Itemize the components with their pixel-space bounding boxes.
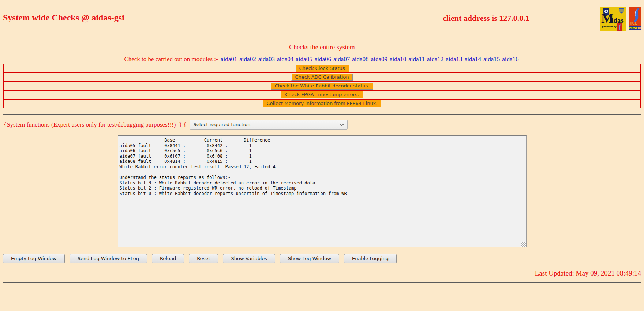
midas-logo: M idas powered by bbox=[600, 7, 626, 31]
midas-powered-by: powered by bbox=[602, 25, 617, 28]
module-link-aida06[interactable]: aida06 bbox=[315, 56, 331, 63]
toolbar: Empty Log WindowSend Log Window to ELogR… bbox=[3, 254, 641, 263]
checks-heading: Checks the entire system bbox=[3, 44, 641, 51]
module-link-aida10[interactable]: aida10 bbox=[390, 56, 406, 63]
module-link-aida08[interactable]: aida08 bbox=[352, 56, 368, 63]
module-link-aida13[interactable]: aida13 bbox=[446, 56, 462, 63]
check-button-2[interactable]: Check the White Rabbit decoder status. bbox=[271, 82, 374, 90]
logos: M idas powered by TCL POWERED bbox=[600, 7, 641, 31]
section-divider bbox=[3, 114, 641, 115]
tcl-powered-text: POWERED bbox=[629, 27, 641, 30]
function-select[interactable]: Select required function bbox=[190, 120, 348, 130]
check-buttons-table: Check Clock StatusCheck ADC CalibrationC… bbox=[3, 64, 641, 108]
footer-divider bbox=[3, 282, 641, 283]
module-link-aida15[interactable]: aida15 bbox=[483, 56, 500, 63]
check-row-1: Check ADC Calibration bbox=[4, 73, 640, 82]
check-button-4[interactable]: Collect Memory information from FEE64 Li… bbox=[263, 100, 382, 107]
midas-logo-idas: idas bbox=[611, 16, 624, 24]
check-button-1[interactable]: Check ADC Calibration bbox=[291, 74, 353, 81]
module-link-aida07[interactable]: aida07 bbox=[333, 56, 350, 63]
last-updated: Last Updated: May 09, 2021 08:49:14 bbox=[3, 269, 641, 277]
system-functions-row: {System functions (Expert users only for… bbox=[3, 120, 641, 130]
module-link-aida01[interactable]: aida01 bbox=[221, 56, 237, 63]
modules-label: Check to be carried out on modules :- bbox=[124, 56, 218, 63]
header-divider bbox=[3, 37, 641, 37]
toolbar-button-reset[interactable]: Reset bbox=[189, 254, 218, 263]
check-row-4: Collect Memory information from FEE64 Li… bbox=[4, 100, 640, 108]
toolbar-button-enable-logging[interactable]: Enable Logging bbox=[344, 254, 397, 263]
page: System wide Checks @ aidas-gsi client ad… bbox=[0, 0, 644, 311]
client-address: client address is 127.0.0.1 bbox=[443, 14, 529, 23]
toolbar-button-empty-log-window[interactable]: Empty Log Window bbox=[3, 254, 65, 263]
function-select-wrap: Select required function bbox=[190, 120, 348, 130]
system-functions-label: {System functions (Expert users only for… bbox=[4, 121, 186, 128]
module-link-aida16[interactable]: aida16 bbox=[502, 56, 518, 63]
module-link-aida03[interactable]: aida03 bbox=[258, 56, 275, 63]
module-list: aida01aida02aida03aida04aida05aida06aida… bbox=[220, 56, 520, 63]
module-link-aida02[interactable]: aida02 bbox=[239, 56, 256, 63]
toolbar-button-show-variables[interactable]: Show Variables bbox=[223, 254, 275, 263]
module-link-aida14[interactable]: aida14 bbox=[465, 56, 481, 63]
modules-line: Check to be carried out on modules :- ai… bbox=[3, 56, 641, 63]
tcl-logo-text: TCL bbox=[630, 21, 637, 25]
log-window-wrap: Base Current Difference aida05 fault 0x8… bbox=[118, 135, 527, 247]
check-row-3: Check FPGA Timestamp errors. bbox=[4, 91, 640, 100]
module-link-aida05[interactable]: aida05 bbox=[296, 56, 312, 63]
toolbar-button-send-log-window-to-elog[interactable]: Send Log Window to ELog bbox=[70, 254, 147, 263]
module-link-aida12[interactable]: aida12 bbox=[427, 56, 443, 63]
page-title: System wide Checks @ aidas-gsi bbox=[3, 13, 124, 23]
header: System wide Checks @ aidas-gsi client ad… bbox=[3, 3, 641, 37]
log-window[interactable]: Base Current Difference aida05 fault 0x8… bbox=[118, 135, 527, 247]
module-link-aida04[interactable]: aida04 bbox=[277, 56, 293, 63]
toolbar-button-show-log-window[interactable]: Show Log Window bbox=[280, 254, 339, 263]
resize-handle[interactable] bbox=[521, 242, 526, 247]
check-row-0: Check Clock Status bbox=[4, 64, 640, 73]
check-button-3[interactable]: Check FPGA Timestamp errors. bbox=[281, 91, 363, 98]
module-link-aida11[interactable]: aida11 bbox=[408, 56, 425, 63]
check-row-2: Check the White Rabbit decoder status. bbox=[4, 82, 640, 91]
check-button-0[interactable]: Check Clock Status bbox=[295, 65, 349, 72]
toolbar-button-reload[interactable]: Reload bbox=[152, 254, 184, 263]
module-link-aida09[interactable]: aida09 bbox=[371, 56, 387, 63]
tcl-powered-logo: TCL POWERED bbox=[629, 7, 641, 30]
